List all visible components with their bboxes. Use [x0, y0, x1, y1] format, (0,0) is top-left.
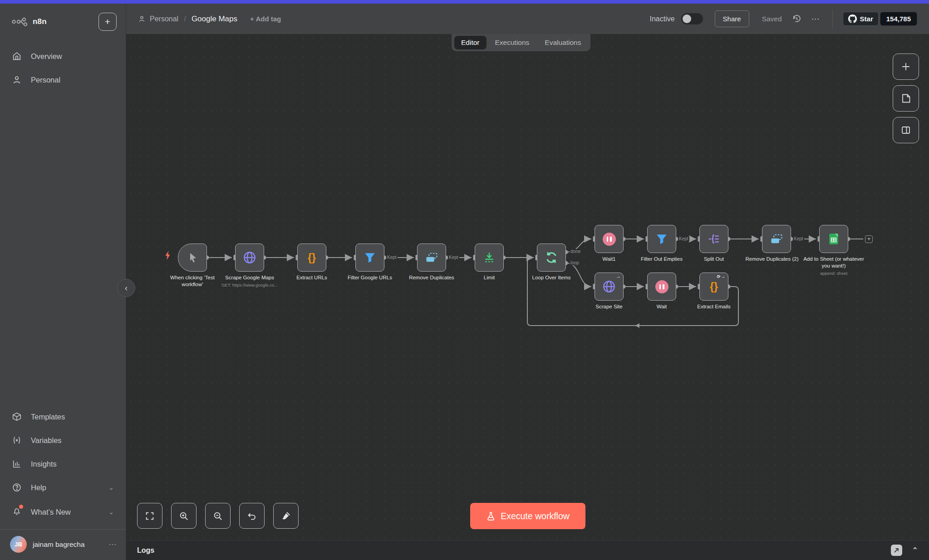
- github-star-widget[interactable]: Star 154,785: [843, 12, 917, 26]
- node-add-to-sheet[interactable]: [819, 225, 848, 253]
- tab-evaluations[interactable]: Evaluations: [538, 36, 588, 49]
- sidebar-item-label: Personal: [31, 76, 60, 84]
- broom-icon: [281, 511, 291, 521]
- help-icon: [12, 482, 22, 492]
- bar-chart-icon: [12, 459, 22, 469]
- arrow-right-icon: →: [616, 273, 621, 279]
- flask-icon: [486, 511, 496, 521]
- sidebar-item-personal[interactable]: Personal: [0, 68, 126, 92]
- more-icon[interactable]: ⋯: [108, 540, 117, 549]
- plus-icon: [900, 61, 911, 72]
- sidebar-item-whats-new[interactable]: What’s New ⌄: [0, 499, 126, 525]
- toggle-panel-button[interactable]: [893, 117, 919, 143]
- node-scrape-google-maps[interactable]: [235, 243, 264, 272]
- node-remove-duplicates[interactable]: [417, 243, 446, 272]
- collapse-sidebar-button[interactable]: ‹: [117, 279, 135, 297]
- trigger-bolt-icon: [164, 251, 171, 260]
- person-icon: [138, 15, 146, 23]
- sidebar-item-overview[interactable]: Overview: [0, 44, 126, 68]
- cursor-icon: [187, 252, 198, 263]
- sidebar-item-variables[interactable]: Variables: [0, 429, 126, 452]
- header-divider: [832, 10, 833, 29]
- zoom-out-icon: [213, 511, 223, 521]
- github-star-count: 154,785: [880, 12, 917, 26]
- sidebar-item-label: Overview: [31, 52, 62, 61]
- node-scrape-site[interactable]: →: [595, 273, 624, 301]
- tab-executions[interactable]: Executions: [488, 36, 536, 49]
- fit-view-button[interactable]: [137, 503, 162, 529]
- workflow-canvas[interactable]: Kept Kept Kept Kept done loop When click…: [126, 34, 929, 540]
- logs-panel[interactable]: Logs ⌃: [126, 540, 929, 560]
- sidebar-item-templates[interactable]: Templates: [0, 405, 126, 429]
- globe-icon: [242, 250, 257, 265]
- add-node-button[interactable]: [893, 54, 919, 80]
- add-tag-button[interactable]: + Add tag: [250, 15, 281, 23]
- popout-icon[interactable]: [891, 545, 902, 556]
- activation-toggle[interactable]: [681, 13, 703, 24]
- zoom-in-button[interactable]: [171, 503, 197, 529]
- sidebar-item-insights[interactable]: Insights: [0, 452, 126, 476]
- code-icon: {}: [308, 252, 316, 264]
- person-icon: [12, 75, 22, 85]
- add-sticky-note-button[interactable]: [893, 85, 919, 112]
- globe-icon: [602, 279, 616, 294]
- undo-button[interactable]: [239, 503, 265, 529]
- toggle-knob: [683, 15, 691, 23]
- chevron-up-icon[interactable]: ⌃: [912, 546, 918, 555]
- share-button[interactable]: Share: [715, 10, 749, 27]
- chevron-down-icon: ⌄: [108, 484, 114, 491]
- sidebar-item-label: What’s New: [31, 508, 71, 516]
- breadcrumb-project[interactable]: Personal: [150, 15, 178, 23]
- logs-title: Logs: [137, 546, 154, 555]
- panel-icon: [900, 125, 911, 136]
- sidebar-item-help[interactable]: Help ⌄: [0, 476, 126, 499]
- workflow-header: Personal / Google Maps + Add tag Inactiv…: [126, 4, 929, 34]
- zoom-out-button[interactable]: [205, 503, 231, 529]
- split-out-icon: [708, 233, 720, 245]
- history-icon: [792, 14, 801, 24]
- node-loop-over-items[interactable]: [537, 243, 566, 272]
- limit-icon: [483, 251, 496, 264]
- node-split-out[interactable]: [699, 225, 728, 253]
- node-remove-duplicates-2[interactable]: [762, 225, 791, 253]
- pause-icon: [603, 233, 616, 246]
- open-external-icon: [893, 547, 900, 554]
- node-wait[interactable]: [647, 273, 676, 301]
- tab-editor[interactable]: Editor: [454, 36, 487, 49]
- node-extract-urls[interactable]: {}: [297, 243, 326, 272]
- execute-workflow-button[interactable]: Execute workflow: [470, 503, 585, 529]
- new-workflow-button[interactable]: +: [98, 13, 117, 31]
- n8n-logo[interactable]: n8n: [12, 17, 47, 27]
- breadcrumb[interactable]: Personal: [138, 15, 178, 23]
- remove-duplicates-icon: [425, 251, 438, 264]
- node-when-clicking-test-workflow[interactable]: [178, 243, 207, 272]
- top-accent-strip: [0, 0, 929, 4]
- variables-icon: [12, 435, 22, 445]
- node-limit[interactable]: [475, 243, 504, 272]
- node-filter-google-urls[interactable]: [355, 243, 384, 272]
- chevron-down-icon: ⌄: [108, 508, 114, 516]
- sidebar: n8n + Overview Personal Templates: [0, 4, 126, 560]
- workflow-title[interactable]: Google Maps: [192, 15, 237, 24]
- avatar: JB: [10, 536, 27, 553]
- workflow-menu-button[interactable]: ⋯: [811, 14, 821, 24]
- node-extract-emails[interactable]: ⟳→ {}: [699, 273, 728, 301]
- chevron-left-icon: ‹: [125, 283, 128, 293]
- breadcrumb-separator: /: [178, 15, 192, 24]
- tidy-up-button[interactable]: [273, 503, 299, 529]
- filter-icon: [364, 251, 376, 264]
- remove-duplicates-icon: [770, 232, 783, 246]
- user-menu[interactable]: JB jainam bagrecha ⋯: [0, 530, 126, 560]
- loop-badge-icon: ⟳→: [717, 274, 726, 279]
- zoom-in-icon: [179, 511, 189, 521]
- github-star-label: Star: [860, 15, 873, 23]
- home-icon: [12, 51, 22, 61]
- saved-status: Saved: [762, 15, 782, 23]
- add-node-endpoint[interactable]: +: [865, 235, 873, 243]
- execute-workflow-label: Execute workflow: [501, 511, 570, 521]
- sticky-note-icon: [900, 93, 911, 104]
- sidebar-item-label: Insights: [31, 460, 57, 468]
- node-wait1[interactable]: [595, 225, 624, 253]
- node-filter-out-empties[interactable]: [647, 225, 676, 253]
- workflow-history-button[interactable]: [792, 14, 801, 24]
